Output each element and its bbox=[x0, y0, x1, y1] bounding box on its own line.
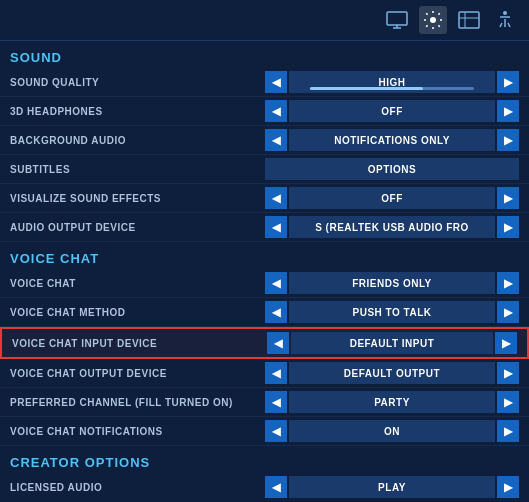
left-arrow-voice-notifications[interactable]: ◀ bbox=[265, 420, 287, 442]
value-licensed-audio: PLAY bbox=[289, 476, 495, 498]
value-voice-notifications: ON bbox=[289, 420, 495, 442]
right-arrow-voice-chat-method[interactable]: ▶ bbox=[497, 301, 519, 323]
right-arrow-visualize-sound[interactable]: ▶ bbox=[497, 187, 519, 209]
svg-rect-0 bbox=[387, 12, 407, 25]
section-header-sound: SOUND bbox=[0, 45, 529, 68]
settings-content: SOUNDSOUND QUALITY◀HIGH▶3D HEADPHONES◀OF… bbox=[0, 41, 529, 501]
section-header-creator-options: CREATOR OPTIONS bbox=[0, 450, 529, 473]
svg-point-3 bbox=[430, 17, 436, 23]
setting-row-voice-chat-output: VOICE CHAT OUTPUT DEVICE◀DEFAULT OUTPUT▶ bbox=[0, 359, 529, 388]
value-voice-chat-input: DEFAULT INPUT bbox=[291, 332, 493, 354]
control-voice-chat: ◀FRIENDS ONLY▶ bbox=[265, 272, 519, 294]
label-background-audio: BACKGROUND AUDIO bbox=[10, 135, 265, 146]
value-text-voice-notifications: ON bbox=[384, 426, 400, 437]
setting-row-subtitles: SUBTITLESOPTIONS bbox=[0, 155, 529, 184]
control-sound-quality: ◀HIGH▶ bbox=[265, 71, 519, 93]
control-subtitles: OPTIONS bbox=[265, 158, 519, 180]
left-arrow-3d-headphones[interactable]: ◀ bbox=[265, 100, 287, 122]
value-text-3d-headphones: OFF bbox=[381, 106, 403, 117]
right-arrow-voice-chat-input[interactable]: ▶ bbox=[495, 332, 517, 354]
label-licensed-audio: LICENSED AUDIO bbox=[10, 482, 265, 493]
left-arrow-licensed-audio[interactable]: ◀ bbox=[265, 476, 287, 498]
setting-row-visualize-sound: VISUALIZE SOUND EFFECTS◀OFF▶ bbox=[0, 184, 529, 213]
control-audio-output: ◀S (REALTEK USB AUDIO FRO▶ bbox=[265, 216, 519, 238]
value-voice-chat: FRIENDS ONLY bbox=[289, 272, 495, 294]
value-text-visualize-sound: OFF bbox=[381, 193, 403, 204]
control-voice-chat-output: ◀DEFAULT OUTPUT▶ bbox=[265, 362, 519, 384]
value-audio-output: S (REALTEK USB AUDIO FRO bbox=[289, 216, 495, 238]
header-icons bbox=[383, 6, 519, 34]
accessibility-icon[interactable] bbox=[491, 6, 519, 34]
setting-row-licensed-audio: LICENSED AUDIO◀PLAY▶ bbox=[0, 473, 529, 501]
right-arrow-audio-output[interactable]: ▶ bbox=[497, 216, 519, 238]
left-arrow-voice-chat-output[interactable]: ◀ bbox=[265, 362, 287, 384]
right-arrow-licensed-audio[interactable]: ▶ bbox=[497, 476, 519, 498]
setting-row-preferred-channel: PREFERRED CHANNEL (FILL TURNED ON)◀PARTY… bbox=[0, 388, 529, 417]
control-voice-notifications: ◀ON▶ bbox=[265, 420, 519, 442]
setting-row-voice-chat-method: VOICE CHAT METHOD◀PUSH TO TALK▶ bbox=[0, 298, 529, 327]
svg-rect-4 bbox=[459, 12, 479, 28]
label-3d-headphones: 3D HEADPHONES bbox=[10, 106, 265, 117]
left-arrow-voice-chat[interactable]: ◀ bbox=[265, 272, 287, 294]
label-subtitles: SUBTITLES bbox=[10, 164, 265, 175]
control-preferred-channel: ◀PARTY▶ bbox=[265, 391, 519, 413]
value-3d-headphones: OFF bbox=[289, 100, 495, 122]
right-arrow-3d-headphones[interactable]: ▶ bbox=[497, 100, 519, 122]
value-voice-chat-method: PUSH TO TALK bbox=[289, 301, 495, 323]
value-text-preferred-channel: PARTY bbox=[374, 397, 410, 408]
audio-settings-panel: SOUNDSOUND QUALITY◀HIGH▶3D HEADPHONES◀OF… bbox=[0, 0, 529, 502]
value-text-licensed-audio: PLAY bbox=[378, 482, 406, 493]
value-sound-quality: HIGH bbox=[289, 71, 495, 93]
value-voice-chat-output: DEFAULT OUTPUT bbox=[289, 362, 495, 384]
right-arrow-sound-quality[interactable]: ▶ bbox=[497, 71, 519, 93]
label-voice-notifications: VOICE CHAT NOTIFICATIONS bbox=[10, 426, 265, 437]
left-arrow-background-audio[interactable]: ◀ bbox=[265, 129, 287, 151]
right-arrow-voice-notifications[interactable]: ▶ bbox=[497, 420, 519, 442]
value-text-voice-chat-output: DEFAULT OUTPUT bbox=[344, 368, 440, 379]
left-arrow-voice-chat-method[interactable]: ◀ bbox=[265, 301, 287, 323]
label-voice-chat-input: VOICE CHAT INPUT DEVICE bbox=[12, 338, 267, 349]
label-voice-chat-output: VOICE CHAT OUTPUT DEVICE bbox=[10, 368, 265, 379]
control-background-audio: ◀NOTIFICATIONS ONLY▶ bbox=[265, 129, 519, 151]
label-preferred-channel: PREFERRED CHANNEL (FILL TURNED ON) bbox=[10, 397, 265, 408]
gear-icon[interactable] bbox=[419, 6, 447, 34]
value-text-voice-chat-input: DEFAULT INPUT bbox=[350, 338, 435, 349]
value-text-background-audio: NOTIFICATIONS ONLY bbox=[334, 135, 450, 146]
value-text-sound-quality: HIGH bbox=[379, 77, 406, 88]
left-arrow-sound-quality[interactable]: ◀ bbox=[265, 71, 287, 93]
setting-row-voice-chat-input: VOICE CHAT INPUT DEVICE◀DEFAULT INPUT▶ bbox=[0, 327, 529, 359]
left-arrow-audio-output[interactable]: ◀ bbox=[265, 216, 287, 238]
setting-row-3d-headphones: 3D HEADPHONES◀OFF▶ bbox=[0, 97, 529, 126]
display-settings-icon[interactable] bbox=[455, 6, 483, 34]
value-text-voice-chat-method: PUSH TO TALK bbox=[353, 307, 432, 318]
setting-row-voice-chat: VOICE CHAT◀FRIENDS ONLY▶ bbox=[0, 269, 529, 298]
value-text-voice-chat: FRIENDS ONLY bbox=[352, 278, 432, 289]
setting-row-background-audio: BACKGROUND AUDIO◀NOTIFICATIONS ONLY▶ bbox=[0, 126, 529, 155]
label-sound-quality: SOUND QUALITY bbox=[10, 77, 265, 88]
value-visualize-sound: OFF bbox=[289, 187, 495, 209]
right-arrow-voice-chat-output[interactable]: ▶ bbox=[497, 362, 519, 384]
left-arrow-preferred-channel[interactable]: ◀ bbox=[265, 391, 287, 413]
control-licensed-audio: ◀PLAY▶ bbox=[265, 476, 519, 498]
right-arrow-voice-chat[interactable]: ▶ bbox=[497, 272, 519, 294]
options-button-subtitles[interactable]: OPTIONS bbox=[265, 158, 519, 180]
value-background-audio: NOTIFICATIONS ONLY bbox=[289, 129, 495, 151]
label-voice-chat: VOICE CHAT bbox=[10, 278, 265, 289]
setting-row-audio-output: AUDIO OUTPUT DEVICE◀S (REALTEK USB AUDIO… bbox=[0, 213, 529, 242]
right-arrow-background-audio[interactable]: ▶ bbox=[497, 129, 519, 151]
right-arrow-preferred-channel[interactable]: ▶ bbox=[497, 391, 519, 413]
svg-point-7 bbox=[503, 11, 507, 15]
header bbox=[0, 0, 529, 41]
control-voice-chat-input: ◀DEFAULT INPUT▶ bbox=[267, 332, 517, 354]
control-voice-chat-method: ◀PUSH TO TALK▶ bbox=[265, 301, 519, 323]
left-arrow-visualize-sound[interactable]: ◀ bbox=[265, 187, 287, 209]
label-voice-chat-method: VOICE CHAT METHOD bbox=[10, 307, 265, 318]
label-visualize-sound: VISUALIZE SOUND EFFECTS bbox=[10, 193, 265, 204]
setting-row-sound-quality: SOUND QUALITY◀HIGH▶ bbox=[0, 68, 529, 97]
setting-row-voice-notifications: VOICE CHAT NOTIFICATIONS◀ON▶ bbox=[0, 417, 529, 446]
value-preferred-channel: PARTY bbox=[289, 391, 495, 413]
label-audio-output: AUDIO OUTPUT DEVICE bbox=[10, 222, 265, 233]
left-arrow-voice-chat-input[interactable]: ◀ bbox=[267, 332, 289, 354]
monitor-icon[interactable] bbox=[383, 6, 411, 34]
control-visualize-sound: ◀OFF▶ bbox=[265, 187, 519, 209]
